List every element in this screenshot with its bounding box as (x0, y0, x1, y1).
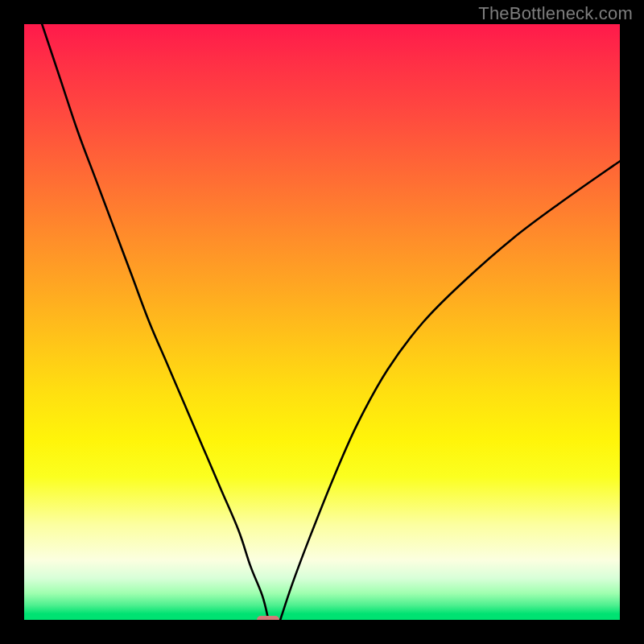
optimum-marker (257, 616, 279, 620)
curve-left-branch (42, 24, 268, 620)
chart-frame: TheBottleneck.com (0, 0, 644, 644)
bottleneck-curve (24, 24, 620, 620)
plot-area (24, 24, 620, 620)
watermark-text: TheBottleneck.com (478, 3, 633, 24)
curve-right-branch (280, 161, 620, 620)
